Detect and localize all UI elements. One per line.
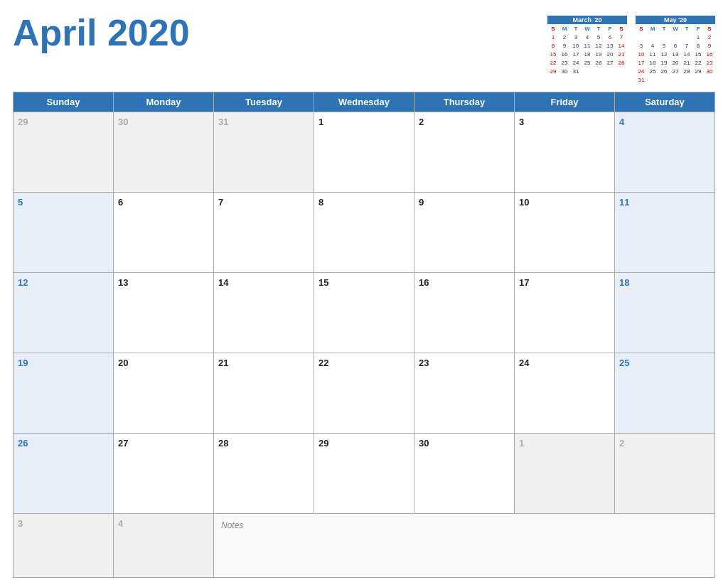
mini-day: 22 [547, 59, 559, 68]
calendar-week-2: 5 6 7 8 9 10 11 [14, 193, 715, 273]
mini-day: 6 [604, 33, 616, 42]
mini-day-label: S [704, 25, 715, 33]
calendar-day-26[interactable]: 26 [14, 434, 114, 514]
calendar-day-11[interactable]: 11 [615, 193, 715, 273]
mini-cal-march-title: March '20 [547, 16, 627, 24]
mini-day: 16 [559, 50, 570, 59]
calendar-day-23[interactable]: 23 [414, 353, 515, 434]
calendar-day-27[interactable]: 27 [114, 434, 214, 514]
mini-day: 17 [570, 50, 582, 59]
calendar-day-16[interactable]: 16 [414, 273, 515, 353]
calendar-day-20[interactable]: 20 [114, 353, 214, 434]
mini-day: 9 [704, 42, 715, 50]
mini-day: 8 [692, 42, 704, 50]
calendar-notes-row: 3 4 Notes [14, 514, 715, 578]
calendar-day-2-may[interactable]: 2 [615, 434, 715, 514]
calendar-day-10[interactable]: 10 [515, 193, 615, 273]
mini-cal-may: May '20 S M T W T F S - - - - - 1 2 3 [636, 16, 715, 85]
mini-day: 27 [670, 68, 681, 76]
mini-day: 12 [593, 42, 604, 50]
calendar-day-2[interactable]: 2 [414, 112, 515, 193]
calendar-day-4-may[interactable]: 4 [114, 514, 214, 578]
mini-day: 15 [547, 50, 559, 59]
mini-day-label: T [658, 25, 670, 33]
calendar-day-13[interactable]: 13 [114, 273, 214, 353]
mini-day: 28 [616, 59, 627, 68]
calendar-day-12[interactable]: 12 [14, 273, 114, 353]
calendar-day-19[interactable]: 19 [14, 353, 114, 434]
mini-day: 3 [636, 42, 647, 50]
mini-day: 8 [547, 42, 559, 50]
mini-day: 21 [616, 50, 627, 59]
calendar-day-3[interactable]: 3 [515, 112, 615, 193]
calendar-day-17[interactable]: 17 [515, 273, 615, 353]
mini-day: 31 [636, 76, 647, 85]
mini-day: 30 [559, 68, 570, 76]
calendar-day-14[interactable]: 14 [214, 273, 314, 353]
mini-day-label: S [547, 25, 559, 33]
calendar-day-21[interactable]: 21 [214, 353, 314, 434]
calendar-day-29-march[interactable]: 29 [14, 112, 114, 193]
mini-day: 9 [559, 42, 570, 50]
calendar-day-25[interactable]: 25 [615, 353, 715, 434]
mini-day: 7 [681, 42, 692, 50]
calendar-day-22[interactable]: 22 [314, 353, 414, 434]
mini-day: 25 [582, 59, 593, 68]
calendar-day-31-march[interactable]: 31 [214, 112, 314, 193]
mini-day: 12 [658, 50, 670, 59]
calendar-day-24[interactable]: 24 [515, 353, 615, 434]
mini-day: 25 [647, 68, 658, 76]
calendar-week-4: 19 20 21 22 23 24 25 [14, 353, 715, 434]
calendar-day-29[interactable]: 29 [314, 434, 414, 514]
mini-day-label: S [636, 25, 647, 33]
calendar-day-3-may[interactable]: 3 [14, 514, 114, 578]
calendar-day-7[interactable]: 7 [214, 193, 314, 273]
mini-cal-march: March '20 S M T W T F S 1 2 3 4 5 6 7 8 [547, 16, 627, 85]
mini-day: 5 [593, 33, 604, 42]
mini-day: - [658, 33, 670, 42]
calendar-day-1[interactable]: 1 [314, 112, 414, 193]
calendar-day-30-march[interactable]: 30 [114, 112, 214, 193]
mini-day: 10 [570, 42, 582, 50]
weekday-header-tuesday: Tuesday [214, 92, 314, 112]
mini-day-label: S [616, 25, 627, 33]
mini-day: 30 [704, 68, 715, 76]
mini-cal-may-grid: S M T W T F S - - - - - 1 2 3 4 5 [636, 25, 715, 85]
weekday-header-wednesday: Wednesday [314, 92, 414, 112]
calendar-day-15[interactable]: 15 [314, 273, 414, 353]
mini-day-label: W [582, 25, 593, 33]
calendar-day-18[interactable]: 18 [615, 273, 715, 353]
mini-day: 18 [647, 59, 658, 68]
mini-day: 17 [636, 59, 647, 68]
mini-day: - [681, 33, 692, 42]
calendar-day-8[interactable]: 8 [314, 193, 414, 273]
mini-day: 23 [559, 59, 570, 68]
weekday-header-sunday: Sunday [14, 92, 114, 112]
mini-day: 10 [636, 50, 647, 59]
mini-day: 14 [616, 42, 627, 50]
mini-day: - [636, 33, 647, 42]
mini-day: 29 [692, 68, 704, 76]
mini-day-label: M [647, 25, 658, 33]
calendar-day-4[interactable]: 4 [615, 112, 715, 193]
calendar-day-30[interactable]: 30 [414, 434, 515, 514]
notes-area[interactable]: Notes [214, 514, 715, 578]
mini-day: 31 [570, 68, 582, 76]
calendar-day-5[interactable]: 5 [14, 193, 114, 273]
calendar-day-6[interactable]: 6 [114, 193, 214, 273]
mini-day: 11 [582, 42, 593, 50]
weekday-header-thursday: Thursday [414, 92, 515, 112]
notes-label: Notes [221, 520, 243, 530]
mini-day: 4 [582, 33, 593, 42]
mini-day-label: T [681, 25, 692, 33]
mini-day: 21 [681, 59, 692, 68]
mini-day: 24 [570, 59, 582, 68]
mini-day: 20 [670, 59, 681, 68]
mini-day: 2 [704, 33, 715, 42]
mini-day: 28 [681, 68, 692, 76]
calendar-week-3: 12 13 14 15 16 17 18 [14, 273, 715, 353]
calendar-day-1-may[interactable]: 1 [515, 434, 615, 514]
mini-day: - [670, 33, 681, 42]
calendar-day-9[interactable]: 9 [414, 193, 515, 273]
calendar-day-28[interactable]: 28 [214, 434, 314, 514]
